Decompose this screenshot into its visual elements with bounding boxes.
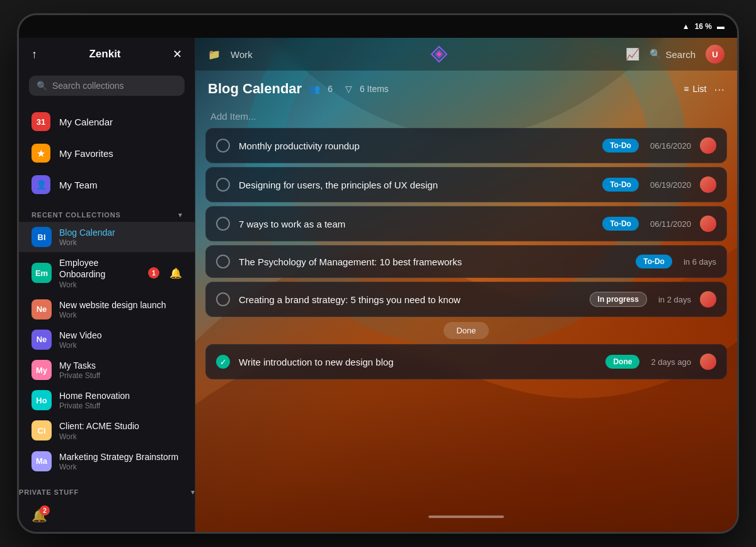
- task-checkbox-3[interactable]: [216, 217, 230, 231]
- done-separator: Done: [205, 322, 727, 339]
- recent-section-chevron[interactable]: ▾: [178, 210, 182, 219]
- notification-bell[interactable]: 🔔 2: [32, 508, 47, 523]
- sidebar: ↑ Zenkit ✕ 🔍 Search collections 31 My Ca…: [19, 38, 195, 532]
- collection-avatar-video: Ne: [32, 330, 52, 350]
- search-icon: 🔍: [37, 81, 47, 91]
- battery-text: 16 %: [695, 22, 712, 31]
- private-section-chevron[interactable]: ▾: [191, 488, 195, 497]
- checkmark-icon: ✓: [220, 357, 227, 367]
- sidebar-header: ↑ Zenkit ✕: [19, 38, 195, 71]
- task-status-done-1: Done: [605, 355, 639, 369]
- collection-sub-acme: Work: [59, 432, 182, 441]
- task-date-1: 06/16/2020: [650, 141, 691, 151]
- folder-icon: 📁: [208, 49, 220, 60]
- main-content: 📁 Work 📈 🔍 Search U: [195, 38, 737, 532]
- task-status-3: To-Do: [602, 217, 639, 231]
- collection-name-video: New Video: [59, 330, 182, 341]
- nav-item-calendar[interactable]: 31 My Calendar: [19, 106, 195, 137]
- task-item: Monthly productivity roundup To-Do 06/16…: [205, 128, 727, 163]
- task-item: Designing for users, the principles of U…: [205, 167, 727, 202]
- search-box[interactable]: 🔍 Search collections: [29, 76, 185, 96]
- sidebar-close-button[interactable]: ✕: [173, 47, 182, 61]
- task-avatar-5: [700, 291, 716, 308]
- collection-avatar-blog: Bl: [32, 227, 52, 247]
- recent-collections-header: RECENT COLLECTIONS ▾: [19, 205, 195, 222]
- filter-icon: ▽: [345, 84, 352, 94]
- workspace-label: Work: [231, 49, 253, 60]
- collection-list: Bl Blog Calendar Work Em Employee Onboar…: [19, 222, 195, 483]
- done-separator-button[interactable]: Done: [444, 322, 488, 339]
- collection-info-video: New Video Work: [59, 330, 182, 350]
- collection-info-website: New website design launch Work: [59, 299, 182, 320]
- nav-item-team[interactable]: 👤 My Team: [19, 169, 195, 200]
- task-item-done: ✓ Write introduction to new design blog …: [205, 344, 727, 379]
- filter-text: 6 Items: [360, 84, 389, 94]
- collection-item-client-acme[interactable]: Cl Client: ACME Studio Work: [19, 415, 195, 446]
- collection-sub-tasks: Private Stuff: [59, 371, 182, 380]
- search-placeholder: Search collections: [52, 81, 124, 91]
- calendar-icon: 31: [32, 112, 50, 131]
- status-bar: ▲ 16 % ▬: [19, 15, 737, 38]
- app-logo: [430, 45, 448, 63]
- task-checkbox-done-1[interactable]: ✓: [216, 355, 230, 369]
- private-section-header: PRIVATE STUFF ▾: [19, 483, 195, 499]
- collection-sub-home: Private Stuff: [59, 401, 182, 410]
- private-section-label: PRIVATE STUFF: [19, 488, 79, 496]
- task-date-5: in 2 days: [658, 295, 691, 304]
- sidebar-bottom: 🔔 2: [19, 499, 195, 532]
- collection-sub-blog: Work: [59, 238, 182, 247]
- collection-avatar-marketing: Ma: [32, 451, 52, 471]
- user-avatar[interactable]: U: [706, 45, 724, 64]
- list-view-button[interactable]: ≡ List: [684, 84, 706, 94]
- notification-badge-employee: 1: [148, 267, 159, 279]
- collection-info-marketing: Marketing Strategy Brainstorm Work: [59, 451, 182, 471]
- add-item-placeholder: Add Item...: [210, 111, 256, 122]
- task-name-1: Monthly productivity roundup: [239, 141, 593, 151]
- collection-info-tasks: My Tasks Private Stuff: [59, 360, 182, 380]
- collection-item-blog-calendar[interactable]: Bl Blog Calendar Work: [19, 222, 195, 252]
- activity-button[interactable]: 📈: [626, 47, 639, 61]
- nav-label-team: My Team: [59, 180, 98, 190]
- task-avatar-done-1: [700, 354, 716, 370]
- notification-count: 2: [40, 505, 50, 515]
- collection-item-home-renovation[interactable]: Ho Home Renovation Private Stuff: [19, 385, 195, 415]
- favorites-icon: ★: [32, 144, 50, 163]
- task-item: The Psychology of Management: 10 best fr…: [205, 245, 727, 278]
- task-checkbox-2[interactable]: [216, 178, 230, 192]
- collection-item-marketing[interactable]: Ma Marketing Strategy Brainstorm Work: [19, 446, 195, 476]
- collection-name-home: Home Renovation: [59, 390, 182, 401]
- collection-info-blog: Blog Calendar Work: [59, 227, 182, 247]
- wifi-icon: ▲: [682, 22, 690, 31]
- collection-item-my-tasks[interactable]: My My Tasks Private Stuff: [19, 355, 195, 385]
- nav-label-calendar: My Calendar: [59, 117, 113, 127]
- task-avatar-2: [700, 176, 716, 193]
- collection-name-acme: Client: ACME Studio: [59, 420, 182, 432]
- back-button[interactable]: ↑: [32, 48, 37, 61]
- add-item-row[interactable]: Add Item...: [205, 105, 727, 128]
- collection-item-new-website[interactable]: Ne New website design launch Work: [19, 294, 195, 325]
- more-options-button[interactable]: ···: [714, 82, 724, 96]
- task-name-3: 7 ways to work as a team: [239, 219, 593, 229]
- task-name-done-1: Write introduction to new design blog: [239, 357, 597, 367]
- collection-sub-employee: Work: [59, 280, 140, 289]
- task-date-3: 06/11/2020: [650, 219, 691, 229]
- collection-item-employee[interactable]: Em Employee Onboarding Work 1 🔔: [19, 252, 195, 294]
- search-magnifier-icon: 🔍: [650, 49, 662, 60]
- collection-name-marketing: Marketing Strategy Brainstorm: [59, 451, 182, 463]
- search-button[interactable]: 🔍 Search: [650, 49, 696, 60]
- task-checkbox-5[interactable]: [216, 292, 230, 306]
- collection-info-home: Home Renovation Private Stuff: [59, 390, 182, 410]
- task-status-4: To-Do: [636, 255, 672, 268]
- collection-item-new-video[interactable]: Ne New Video Work: [19, 325, 195, 355]
- collection-name-website: New website design launch: [59, 299, 182, 311]
- task-avatar-3: [700, 216, 716, 232]
- collection-avatar-employee: Em: [32, 263, 52, 283]
- task-avatar-1: [700, 137, 716, 154]
- collection-info-acme: Client: ACME Studio Work: [59, 420, 182, 440]
- nav-item-favorites[interactable]: ★ My Favorites: [19, 137, 195, 169]
- header-right: 📈 🔍 Search U: [626, 45, 724, 64]
- task-checkbox-4[interactable]: [216, 255, 230, 268]
- task-checkbox-1[interactable]: [216, 139, 230, 153]
- battery-icon: ▬: [717, 22, 724, 31]
- nav-label-favorites: My Favorites: [59, 148, 113, 159]
